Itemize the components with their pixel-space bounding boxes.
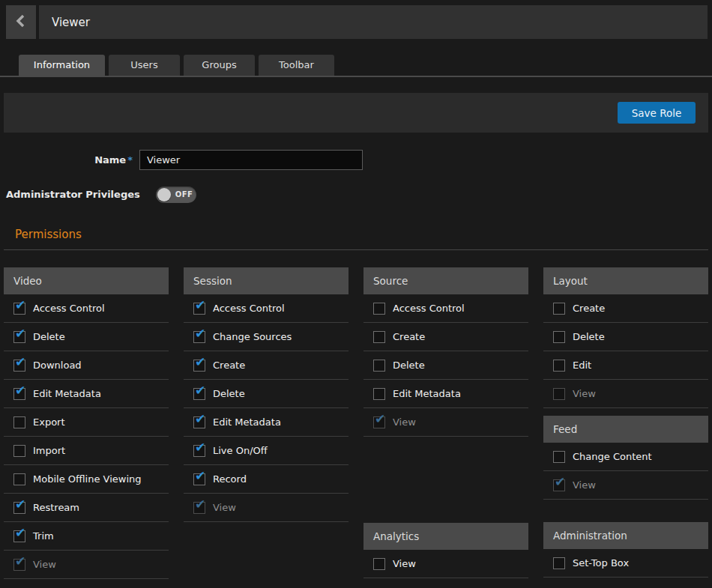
check-icon: ✔: [195, 297, 205, 312]
permission-checkbox[interactable]: ✔: [13, 303, 25, 315]
permission-row: ✔ Download: [4, 351, 169, 380]
permission-checkbox[interactable]: ✔: [553, 303, 565, 315]
check-icon: ✔: [195, 354, 205, 369]
app-header: Viewer: [6, 5, 708, 39]
name-field-row: Name*: [0, 149, 712, 170]
permission-label: Mobile Offline Viewing: [33, 473, 142, 485]
permission-checkbox[interactable]: ✔: [373, 303, 385, 315]
check-icon: ✔: [15, 326, 25, 341]
tab-users[interactable]: Users: [109, 55, 180, 76]
check-icon: ✔: [195, 468, 205, 483]
toggle-state-label: OFF: [175, 187, 193, 203]
permission-row: ✔ Create: [184, 351, 349, 380]
permission-label: Download: [33, 360, 82, 371]
check-icon: ✔: [195, 497, 205, 512]
permission-row: ✔ Delete: [184, 380, 349, 408]
permission-section-header: Administration: [543, 522, 708, 549]
permission-checkbox[interactable]: ✔: [553, 331, 565, 343]
toggle-knob: [157, 188, 171, 201]
permission-row: ✔ Edit Metadata: [184, 408, 349, 437]
permissions-column-0: Video ✔ Access Control ✔ Delete ✔ Downlo…: [4, 267, 169, 579]
permission-label: View: [573, 479, 596, 491]
permission-checkbox[interactable]: ✔: [193, 445, 205, 457]
permission-checkbox[interactable]: ✔: [193, 303, 205, 315]
permission-row: ✔ Set-Top Box: [543, 549, 708, 578]
permission-checkbox[interactable]: ✔: [373, 558, 385, 570]
permission-checkbox[interactable]: ✔: [553, 557, 565, 569]
action-band: Save Role: [4, 93, 708, 133]
permission-checkbox[interactable]: ✔: [13, 530, 25, 542]
permission-label: Trim: [33, 530, 54, 542]
chevron-left-icon: [15, 14, 27, 30]
permission-row: ✔ Access Control: [363, 294, 528, 323]
permission-checkbox[interactable]: ✔: [553, 360, 565, 372]
permission-checkbox[interactable]: ✔: [13, 445, 25, 457]
permissions-divider: [4, 249, 708, 250]
permission-row: ✔ Live On/Off: [184, 437, 349, 465]
check-icon: ✔: [375, 411, 385, 426]
permission-checkbox[interactable]: ✔: [13, 388, 25, 400]
permission-label: View: [213, 502, 236, 513]
save-role-button[interactable]: Save Role: [618, 102, 696, 124]
permission-row: ✔ Record: [184, 465, 349, 494]
permission-label: View: [573, 388, 596, 399]
permission-checkbox[interactable]: ✔: [373, 331, 385, 343]
tab-information[interactable]: Information: [19, 55, 105, 76]
permissions-column-3: Layout ✔ Create ✔ Delete ✔ Edit ✔ View F…: [543, 267, 708, 579]
permission-checkbox[interactable]: ✔: [13, 502, 25, 514]
permission-checkbox[interactable]: ✔: [373, 388, 385, 400]
permission-label: Export: [33, 416, 65, 428]
tab-bar: Information Users Groups Toolbar: [0, 55, 712, 77]
permission-label: Edit Metadata: [213, 416, 281, 428]
permission-checkbox[interactable]: ✔: [13, 473, 25, 485]
check-icon: ✔: [15, 354, 25, 369]
permission-label: Live On/Off: [213, 445, 268, 456]
permission-checkbox[interactable]: ✔: [193, 331, 205, 343]
permission-checkbox[interactable]: ✔: [193, 416, 205, 428]
permission-label: Delete: [573, 331, 605, 342]
permission-checkbox[interactable]: ✔: [553, 451, 565, 463]
permission-row: ✔ Access Control: [184, 294, 349, 323]
check-icon: ✔: [195, 440, 205, 455]
permission-label: Delete: [33, 331, 65, 342]
permission-row: ✔ View: [184, 494, 349, 522]
permission-label: Delete: [393, 360, 425, 371]
permission-row: ✔ Edit Metadata: [4, 380, 169, 408]
check-icon: ✔: [15, 554, 25, 569]
name-input[interactable]: [139, 150, 363, 170]
permission-checkbox: ✔: [193, 502, 205, 514]
permission-row: ✔ View: [363, 408, 528, 437]
permission-label: Create: [573, 303, 605, 314]
permission-checkbox[interactable]: ✔: [193, 473, 205, 485]
permission-label: View: [393, 416, 416, 428]
permission-checkbox[interactable]: ✔: [193, 360, 205, 372]
permission-row: ✔ View: [363, 550, 528, 578]
permission-label: Change Content: [573, 451, 652, 462]
admin-privileges-toggle[interactable]: OFF: [156, 187, 196, 203]
permissions-grid: Video ✔ Access Control ✔ Delete ✔ Downlo…: [4, 267, 708, 579]
permission-section-header: Session: [184, 267, 349, 294]
permission-row: ✔ Edit: [543, 351, 708, 380]
permission-section-header: Source: [363, 267, 528, 294]
permission-checkbox[interactable]: ✔: [373, 360, 385, 372]
permission-checkbox[interactable]: ✔: [193, 388, 205, 400]
check-icon: ✔: [15, 497, 25, 512]
back-button[interactable]: [6, 5, 36, 39]
permission-row: ✔ Change Content: [543, 443, 708, 471]
check-icon: ✔: [195, 383, 205, 398]
permission-checkbox[interactable]: ✔: [13, 331, 25, 343]
permission-label: Access Control: [213, 303, 285, 314]
permission-row: ✔ Trim: [4, 522, 169, 551]
tab-toolbar[interactable]: Toolbar: [259, 55, 334, 76]
permission-row: ✔ Mobile Offline Viewing: [4, 465, 169, 494]
permission-label: Restream: [33, 502, 79, 513]
tab-groups[interactable]: Groups: [184, 55, 255, 76]
name-label: Name*: [0, 154, 133, 166]
permission-checkbox: ✔: [13, 559, 25, 571]
permission-checkbox[interactable]: ✔: [13, 416, 25, 428]
title-bar: Viewer: [39, 5, 708, 39]
column-spacer: [543, 408, 708, 416]
permission-row: ✔ Import: [4, 437, 169, 465]
permission-checkbox[interactable]: ✔: [13, 360, 25, 372]
permission-row: ✔ Create: [363, 323, 528, 351]
